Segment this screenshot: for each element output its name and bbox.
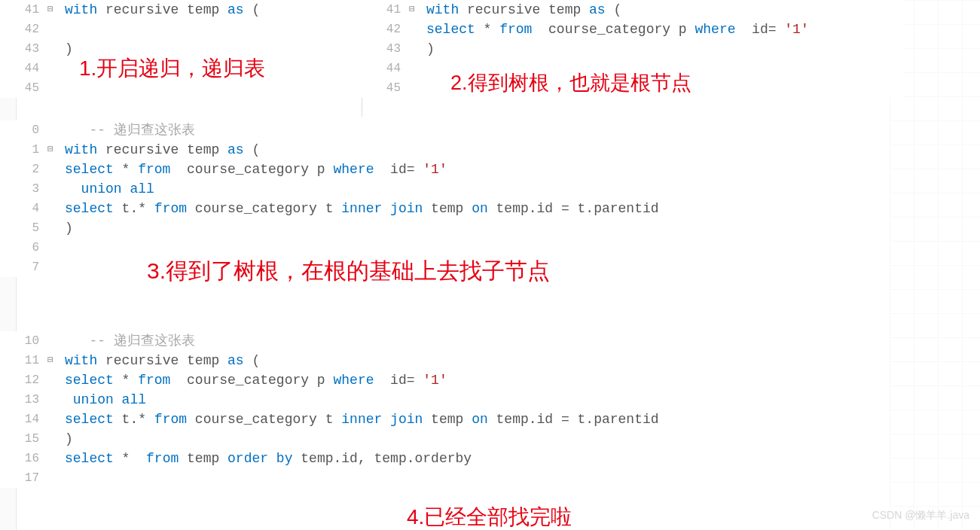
line-number: 13 [0, 390, 45, 410]
code-content[interactable]: with recursive temp as ( [426, 0, 904, 20]
code-line[interactable]: 10 -- 递归查这张表 [0, 331, 814, 351]
code-line[interactable]: 3 union all [0, 179, 814, 199]
code-content[interactable]: select * from course_category p where id… [426, 20, 904, 39]
line-number: 11 [0, 351, 45, 370]
code-line[interactable]: 42 [0, 20, 362, 39]
code-content[interactable]: ) [65, 218, 814, 238]
line-number: 7 [0, 257, 45, 277]
code-content[interactable]: with recursive temp as ( [65, 140, 814, 160]
code-line[interactable]: 14select t.* from course_category t inne… [0, 410, 814, 429]
code-line[interactable]: 15) [0, 429, 814, 449]
line-number: 3 [0, 179, 45, 199]
fold-toggle-icon[interactable]: ⊟ [45, 0, 56, 20]
code-line[interactable]: 2select * from course_category p where i… [0, 160, 814, 179]
editor-pane-3[interactable]: 0 -- 递归查这张表1⊟with recursive temp as (2se… [0, 120, 814, 277]
code-line[interactable]: 0 -- 递归查这张表 [0, 120, 814, 140]
line-number: 4 [0, 199, 45, 218]
code-content[interactable]: with recursive temp as ( [65, 0, 362, 20]
annotation-4: 4.已经全部找完啦 [407, 503, 572, 530]
code-content[interactable]: union all [65, 179, 814, 199]
line-number: 12 [0, 370, 45, 390]
line-number: 16 [0, 449, 45, 468]
line-number: 42 [0, 20, 45, 39]
fold-toggle-icon[interactable]: ⊟ [45, 140, 56, 160]
code-content[interactable]: union all [65, 390, 814, 410]
line-number: 45 [0, 78, 45, 98]
code-line[interactable]: 43) [362, 39, 904, 59]
code-line[interactable]: 12select * from course_category p where … [0, 370, 814, 390]
code-line[interactable]: 6 [0, 238, 814, 257]
fold-toggle-icon[interactable]: ⊟ [407, 0, 417, 20]
editor-pane-4[interactable]: 10 -- 递归查这张表11⊟with recursive temp as (1… [0, 331, 814, 488]
code-content[interactable]: -- 递归查这张表 [65, 120, 814, 140]
code-content[interactable]: ) [426, 39, 904, 59]
code-line[interactable]: 1⊟with recursive temp as ( [0, 140, 814, 160]
line-number: 44 [0, 59, 45, 78]
line-number: 5 [0, 218, 45, 238]
line-number: 15 [0, 429, 45, 449]
code-line[interactable]: 11⊟with recursive temp as ( [0, 351, 814, 370]
fold-toggle-icon[interactable]: ⊟ [45, 351, 56, 370]
annotation-2: 2.得到树根，也就是根节点 [450, 69, 691, 96]
line-number: 43 [0, 39, 45, 59]
line-number: 41 [0, 0, 45, 20]
code-content[interactable]: select t.* from course_category t inner … [65, 410, 814, 429]
line-number: 41 [362, 0, 407, 20]
code-content[interactable]: with recursive temp as ( [65, 351, 814, 370]
code-content[interactable]: ) [65, 429, 814, 449]
code-line[interactable]: 5) [0, 218, 814, 238]
code-content[interactable]: select * from course_category p where id… [65, 370, 814, 390]
line-number: 14 [0, 410, 45, 429]
line-number: 42 [362, 20, 407, 39]
annotation-3: 3.得到了树根，在根的基础上去找子节点 [147, 256, 550, 287]
code-line[interactable]: 41⊟with recursive temp as ( [0, 0, 362, 20]
line-number: 0 [0, 120, 45, 140]
line-number: 43 [362, 39, 407, 59]
code-line[interactable]: 13 union all [0, 390, 814, 410]
code-line[interactable]: 16select * from temp order by temp.id, t… [0, 449, 814, 468]
line-number: 6 [0, 238, 45, 257]
line-number: 1 [0, 140, 45, 160]
code-line[interactable]: 17 [0, 468, 814, 488]
csdn-watermark: CSDN @懒羊羊.java [872, 509, 969, 522]
code-line[interactable]: 4select t.* from course_category t inner… [0, 199, 814, 218]
code-line[interactable]: 42select * from course_category p where … [362, 20, 904, 39]
code-content[interactable]: select * from temp order by temp.id, tem… [65, 449, 814, 468]
line-number: 17 [0, 468, 45, 488]
code-content[interactable]: select * from course_category p where id… [65, 160, 814, 179]
line-number: 10 [0, 331, 45, 351]
code-content[interactable]: -- 递归查这张表 [65, 331, 814, 351]
editor-pane-1[interactable]: 41⊟with recursive temp as (4243)4445 [0, 0, 362, 98]
line-number: 2 [0, 160, 45, 179]
annotation-1: 1.开启递归，递归表 [79, 54, 265, 83]
code-line[interactable]: 41⊟with recursive temp as ( [362, 0, 904, 20]
line-number: 44 [362, 59, 407, 78]
line-number: 45 [362, 78, 407, 98]
code-content[interactable]: select t.* from course_category t inner … [65, 199, 814, 218]
